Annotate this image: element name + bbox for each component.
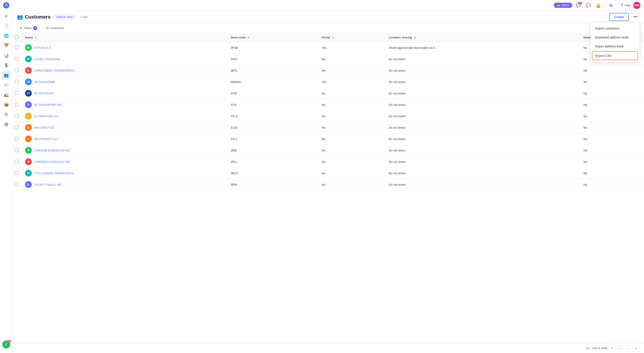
last-page-button[interactable]: » <box>633 345 640 351</box>
page-title-text: Customers <box>25 14 50 20</box>
customers-table-container: Name ⇅ Short code ⇅ Portal ⇅ Location sh… <box>12 33 644 343</box>
chat-icon[interactable]: 💬 <box>585 2 592 9</box>
customer-name-link[interactable]: 3G TRANSPORT INC <box>34 103 62 107</box>
user-avatar[interactable]: MM <box>633 2 640 9</box>
short-code-column-header[interactable]: Short code ⇅ <box>227 33 318 42</box>
customers-icon: 👥 <box>17 14 23 20</box>
short-code-cell: 3RNI <box>227 179 318 190</box>
import-address-book-item[interactable]: Import address book <box>590 42 639 51</box>
sidebar-item-tag[interactable]: 🏷 <box>2 81 11 90</box>
location-sharing-cell: Do not share <box>385 168 580 179</box>
location-sharing-column-header[interactable]: Location sharing ⇅ <box>385 33 580 42</box>
customers-table: Name ⇅ Short code ⇅ Portal ⇅ Location sh… <box>12 33 644 190</box>
row-checkbox[interactable] <box>15 160 18 163</box>
sidebar-item-chart[interactable]: 📊 <box>2 51 11 60</box>
portal-cell: No <box>318 145 385 156</box>
short-code-sort-icon: ⇅ <box>248 36 250 39</box>
pagination-info: 51 - 100 of 2685 <box>586 346 607 350</box>
customer-name-link[interactable]: 3D DATACOMM <box>34 80 55 84</box>
sidebar-item-box[interactable]: 📦 <box>2 100 11 109</box>
row-checkbox[interactable] <box>15 69 18 72</box>
task-badge: 18 <box>6 340 10 343</box>
sidebar-item-network[interactable]: 🕸 <box>2 110 11 119</box>
short-code-cell: 3FSB <box>227 42 318 54</box>
add-button[interactable]: + Add <box>78 14 90 20</box>
status-footer: 51 - 100 of 2685 « ‹ › » <box>12 343 644 353</box>
customer-name-link[interactable]: 3 ACES TRUCKING <box>34 58 60 61</box>
row-checkbox[interactable] <box>15 137 18 141</box>
default-view-tab[interactable]: Default View <box>53 14 76 20</box>
bell-icon[interactable]: 🔔 <box>594 2 602 9</box>
table-row: 3I 3 RIVERS LOGISTICS, INC. 3RLI No Do n… <box>12 156 644 168</box>
portal-cell: No <box>318 179 385 190</box>
row-checkbox[interactable] <box>15 46 18 49</box>
customer-name-link[interactable]: 3 RIVERS EXPEDITED INC <box>34 149 70 152</box>
customer-name-link[interactable]: 3 BROTHERS TRANSPORTAT... <box>34 69 76 72</box>
short-code-cell: 3TL2 <box>227 133 318 145</box>
next-page-button[interactable]: › <box>625 345 632 351</box>
location-sharing-cell: Share approximate live location & E... <box>385 42 580 54</box>
short-code-cell: 3L3D <box>227 122 318 133</box>
credit-button[interactable]: 💳 35907 <box>554 3 572 8</box>
create-button[interactable]: Create <box>609 13 629 21</box>
customer-name-link[interactable]: 37 Front St E <box>34 46 51 50</box>
row-checkbox[interactable] <box>15 57 18 61</box>
download-address-book-item[interactable]: Download address book <box>590 33 639 42</box>
customer-avatar: 3I <box>25 147 32 154</box>
customer-name-link[interactable]: 3 R'S UNIQUE TRANSPORTA... <box>34 172 76 175</box>
location-sharing-cell: Do not share <box>385 145 580 156</box>
prev-page-button[interactable]: ‹ <box>617 345 624 351</box>
portal-column-header[interactable]: Portal ⇅ <box>318 33 385 42</box>
location-sharing-cell: Do not share <box>385 54 580 65</box>
short-code-cell: 3ATA <box>227 54 318 65</box>
sidebar-item-calendar[interactable]: 📅 <box>2 41 11 50</box>
customer-name-link[interactable]: 3J TRUCKING LLC <box>34 115 59 118</box>
short-code-cell: 3T4F <box>227 88 318 99</box>
logo[interactable] <box>3 2 10 9</box>
customer-name-link[interactable]: 3M TRANSIT LLC <box>34 137 57 141</box>
network-cell: No <box>580 179 644 190</box>
portal-cell: No <box>318 54 385 65</box>
customer-name-link[interactable]: 3D TRUCKING <box>34 92 54 95</box>
sidebar-item-dollar[interactable]: 💲 <box>2 61 11 70</box>
import-customers-item[interactable]: Import customers <box>590 24 639 33</box>
row-checkbox[interactable] <box>15 126 18 129</box>
network-cell: No <box>580 133 644 145</box>
customer-name-link[interactable]: 3M LOGISTICS <box>34 126 54 129</box>
help-button[interactable]: ❓ Help <box>620 4 630 7</box>
table-row: 3T 3 ACES TRUCKING 3ATA No Do not share … <box>12 54 644 65</box>
row-checkbox[interactable] <box>15 80 18 84</box>
sidebar-item-customers[interactable]: 👥 <box>2 71 11 80</box>
row-checkbox[interactable] <box>15 183 18 186</box>
customize-button[interactable]: ⊟ Customize <box>44 26 66 31</box>
credit-icon: 💳 <box>556 4 560 7</box>
row-checkbox[interactable] <box>15 91 18 95</box>
row-checkbox[interactable] <box>15 103 18 106</box>
filters-button[interactable]: ⚙ Filters 0 <box>17 25 40 31</box>
customer-name-cell: 3L 3J TRUCKING LLC <box>25 113 224 119</box>
export-csv-item[interactable]: Export CSV <box>592 51 638 60</box>
sidebar-item-globe[interactable]: 🌐 <box>2 31 11 40</box>
network-cell: No <box>580 111 644 122</box>
customer-name-cell: 3L 3M TRANSIT LLC <box>25 136 224 142</box>
messages-icon[interactable]: 💬 38 <box>575 2 582 9</box>
customer-avatar: 3T <box>25 90 32 97</box>
grid-icon[interactable]: ⊞ <box>607 2 614 9</box>
task-check-button[interactable]: ✓ 18 <box>2 340 10 348</box>
customer-name-link[interactable]: 3 RUSTY NAILS, INC. <box>34 183 63 186</box>
name-column-header[interactable]: Name ⇅ <box>22 33 227 42</box>
row-checkbox[interactable] <box>15 171 18 175</box>
select-all-checkbox[interactable] <box>15 35 18 39</box>
first-page-button[interactable]: « <box>609 345 616 351</box>
table-row: 3L 3 RUSTY NAILS, INC. 3RNI No Do not sh… <box>12 179 644 190</box>
row-checkbox[interactable] <box>15 148 18 152</box>
customer-name-cell: 3L 3M LOGISTICS <box>25 124 224 131</box>
sidebar-item-dashboard[interactable]: ⊞ <box>2 12 11 21</box>
portal-cell: Yes <box>318 76 385 88</box>
customer-name-link[interactable]: 3 RIVERS LOGISTICS, INC. <box>34 160 71 164</box>
row-checkbox[interactable] <box>15 114 18 118</box>
more-options-button[interactable]: ••• <box>632 13 640 21</box>
sidebar-item-document[interactable]: 📄 <box>2 22 11 31</box>
sidebar-item-settings[interactable]: ⚙️ <box>2 120 11 129</box>
sidebar-item-truck[interactable]: 🚛 <box>2 90 11 99</box>
